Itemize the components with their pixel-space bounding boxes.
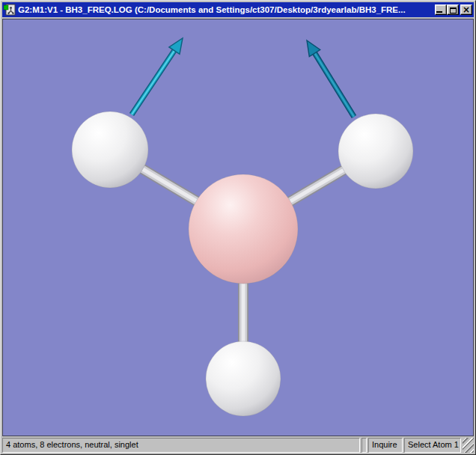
- maximize-button[interactable]: [447, 4, 459, 15]
- window-controls: ×: [435, 4, 472, 15]
- vector-shaft: [132, 49, 175, 114]
- molecule-canvas[interactable]: [3, 19, 473, 436]
- resize-grip[interactable]: [463, 438, 474, 453]
- status-spacer: [361, 438, 367, 453]
- displacement-vector: [132, 38, 183, 114]
- title-bar: G2:M1:V1 - BH3_FREQ.LOG (C:/Documents an…: [2, 2, 474, 17]
- status-selection: Select Atom 1: [404, 438, 461, 453]
- maximize-icon: [450, 7, 457, 13]
- molecule-viewport[interactable]: [2, 19, 474, 436]
- atoms-layer: [72, 112, 413, 416]
- atom-H[interactable]: [206, 341, 281, 416]
- atom-H[interactable]: [338, 114, 413, 189]
- status-mode: Inquire: [368, 438, 403, 453]
- window-title: G2:M1:V1 - BH3_FREQ.LOG (C:/Documents an…: [18, 2, 435, 17]
- status-bar: 4 atoms, 8 electrons, neutral, singlet I…: [2, 438, 474, 453]
- app-icon[interactable]: [4, 4, 16, 16]
- close-button[interactable]: ×: [460, 4, 472, 15]
- status-molecule-info: 4 atoms, 8 electrons, neutral, singlet: [2, 438, 360, 453]
- close-icon: ×: [461, 5, 472, 14]
- vector-shaft: [314, 52, 354, 117]
- window: G2:M1:V1 - BH3_FREQ.LOG (C:/Documents an…: [0, 0, 476, 455]
- minimize-icon: [436, 11, 442, 13]
- atom-B[interactable]: [189, 174, 298, 284]
- vectors-layer: [132, 38, 354, 117]
- displacement-vector: [307, 40, 354, 117]
- minimize-button[interactable]: [435, 4, 447, 15]
- atom-H[interactable]: [72, 112, 148, 188]
